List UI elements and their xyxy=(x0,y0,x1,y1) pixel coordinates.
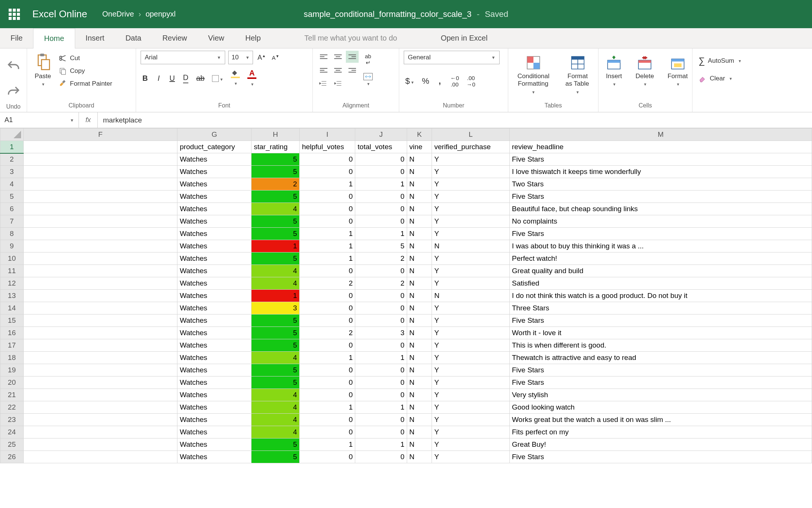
cell[interactable]: N xyxy=(407,339,432,352)
cell[interactable]: Five Stars xyxy=(509,228,812,240)
cell[interactable]: 3 xyxy=(251,302,300,314)
row-header-9[interactable]: 9 xyxy=(0,240,24,252)
cell[interactable]: Y xyxy=(432,451,510,463)
cell[interactable]: 0 xyxy=(300,376,355,389)
cell[interactable] xyxy=(23,265,177,277)
row-header-22[interactable]: 22 xyxy=(0,401,24,414)
cell[interactable]: Watches xyxy=(177,314,251,327)
cell[interactable]: Y xyxy=(432,215,510,228)
cell[interactable]: 0 xyxy=(300,314,355,327)
bold-button[interactable]: B xyxy=(141,73,150,83)
cell[interactable]: 0 xyxy=(300,451,355,463)
cell[interactable]: 0 xyxy=(355,389,407,401)
copy-button[interactable]: Copy xyxy=(57,66,114,76)
clear-button[interactable]: Clear▼ xyxy=(697,73,734,84)
cell[interactable]: Y xyxy=(432,203,510,215)
tab-home[interactable]: Home xyxy=(33,28,75,48)
autosum-button[interactable]: ∑ AutoSum▼ xyxy=(697,54,743,67)
row-header-8[interactable]: 8 xyxy=(0,228,24,240)
cell[interactable]: N xyxy=(407,166,432,178)
cell[interactable]: total_votes xyxy=(355,141,407,153)
cell[interactable] xyxy=(23,166,177,178)
row-header-24[interactable]: 24 xyxy=(0,426,24,438)
cell[interactable]: N xyxy=(407,327,432,339)
cell[interactable]: Y xyxy=(432,389,510,401)
cell[interactable]: Y xyxy=(432,302,510,314)
cell[interactable]: Great Buy! xyxy=(509,438,812,451)
row-header-1[interactable]: 1 xyxy=(0,141,24,153)
cell[interactable]: Perfect watch! xyxy=(509,252,812,265)
increase-indent-button[interactable] xyxy=(332,79,344,88)
cell[interactable]: N xyxy=(407,252,432,265)
cell[interactable]: N xyxy=(407,190,432,203)
cell[interactable]: 0 xyxy=(355,190,407,203)
delete-cells-button[interactable]: Delete▼ xyxy=(633,53,657,89)
cell[interactable]: I was about to buy this thinking it was … xyxy=(509,240,812,252)
cell[interactable] xyxy=(23,153,177,166)
cell[interactable]: verified_purchase xyxy=(432,141,510,153)
cell[interactable]: 5 xyxy=(251,228,300,240)
cell[interactable]: 0 xyxy=(355,426,407,438)
underline-button[interactable]: U xyxy=(168,73,177,83)
column-header-J[interactable]: J xyxy=(355,129,407,141)
row-header-23[interactable]: 23 xyxy=(0,414,24,426)
font-color-button[interactable]: A ▼ xyxy=(246,68,258,88)
borders-button[interactable]: ▼ xyxy=(211,73,225,83)
tab-insert[interactable]: Insert xyxy=(75,28,115,48)
cell[interactable]: 0 xyxy=(300,203,355,215)
cell[interactable]: 1 xyxy=(300,178,355,190)
row-header-7[interactable]: 7 xyxy=(0,215,24,228)
cell[interactable]: Beautiful face, but cheap sounding links xyxy=(509,203,812,215)
cell[interactable]: Three Stars xyxy=(509,302,812,314)
cell[interactable]: 0 xyxy=(355,314,407,327)
cell[interactable]: Y xyxy=(432,252,510,265)
cell[interactable]: 4 xyxy=(251,277,300,290)
cell[interactable]: Y xyxy=(432,265,510,277)
row-header-19[interactable]: 19 xyxy=(0,364,24,376)
cell[interactable]: 2 xyxy=(355,277,407,290)
cell[interactable]: 4 xyxy=(251,401,300,414)
cell[interactable]: 5 xyxy=(251,215,300,228)
cell[interactable]: Y xyxy=(432,277,510,290)
cell[interactable]: Watches xyxy=(177,401,251,414)
cell[interactable] xyxy=(23,141,177,153)
cell[interactable]: Good looking watch xyxy=(509,401,812,414)
cell[interactable]: 5 xyxy=(251,166,300,178)
cell[interactable]: N xyxy=(407,302,432,314)
column-header-F[interactable]: F xyxy=(23,129,177,141)
formula-input[interactable]: marketplace xyxy=(98,112,812,128)
format-painter-button[interactable]: Format Painter xyxy=(57,79,114,89)
cell[interactable]: Watches xyxy=(177,265,251,277)
cell[interactable]: N xyxy=(407,414,432,426)
tab-data[interactable]: Data xyxy=(115,28,152,48)
cell[interactable]: 5 xyxy=(251,451,300,463)
cell[interactable]: N xyxy=(407,352,432,364)
cell[interactable]: 0 xyxy=(355,376,407,389)
cell[interactable]: Watches xyxy=(177,414,251,426)
merge-center-button[interactable]: ▼ xyxy=(362,72,374,87)
cell[interactable]: Watches xyxy=(177,240,251,252)
cell[interactable] xyxy=(23,302,177,314)
row-header-18[interactable]: 18 xyxy=(0,352,24,364)
cell[interactable]: helpful_votes xyxy=(300,141,355,153)
cell[interactable]: 1 xyxy=(251,290,300,302)
row-header-12[interactable]: 12 xyxy=(0,277,24,290)
row-header-17[interactable]: 17 xyxy=(0,339,24,352)
tell-me-search[interactable]: Tell me what you want to do xyxy=(294,28,408,48)
breadcrumb-root[interactable]: OneDrive xyxy=(102,10,134,18)
row-header-16[interactable]: 16 xyxy=(0,327,24,339)
cell[interactable] xyxy=(23,252,177,265)
tab-review[interactable]: Review xyxy=(152,28,198,48)
cell[interactable]: 0 xyxy=(300,339,355,352)
cell[interactable]: 0 xyxy=(355,203,407,215)
undo-button[interactable] xyxy=(5,57,23,76)
cell[interactable]: 0 xyxy=(355,166,407,178)
cell[interactable]: 4 xyxy=(251,389,300,401)
cell[interactable]: 0 xyxy=(300,265,355,277)
row-header-25[interactable]: 25 xyxy=(0,438,24,451)
cell[interactable]: N xyxy=(407,376,432,389)
cell[interactable]: 1 xyxy=(300,252,355,265)
cell[interactable]: Y xyxy=(432,401,510,414)
cell[interactable]: Watches xyxy=(177,389,251,401)
cut-button[interactable]: Cut xyxy=(57,53,114,63)
